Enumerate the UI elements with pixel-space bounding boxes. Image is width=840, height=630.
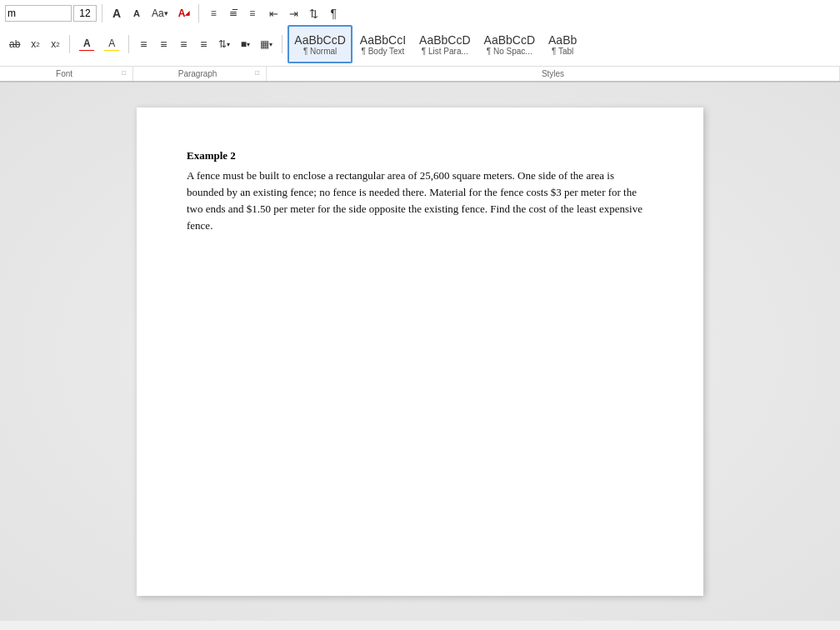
decrease-indent-button[interactable]: ⇤: [264, 4, 282, 22]
style-list-para[interactable]: AaBbCcD ¶ List Para...: [413, 25, 476, 63]
style-normal[interactable]: AaBbCcD ¶ Normal: [288, 25, 352, 63]
style-table-preview: AaBb: [548, 33, 577, 47]
ribbon-sections: Font □ Paragraph □ Styles: [0, 67, 840, 82]
font-section: Font □: [0, 67, 133, 81]
highlight-color-button[interactable]: A: [100, 35, 123, 53]
style-normal-preview: AaBbCcD: [294, 33, 345, 47]
shading-button[interactable]: ■▾: [236, 35, 254, 53]
paragraph-group-label: Paragraph: [140, 69, 255, 78]
increase-indent-button[interactable]: ⇥: [284, 4, 302, 22]
style-no-space-preview: AaBbCcD: [484, 33, 535, 47]
separator-1: [102, 4, 102, 22]
change-case-button[interactable]: Aa▾: [148, 4, 172, 22]
style-body-text[interactable]: AaBbCcI ¶ Body Text: [354, 25, 412, 63]
style-list-para-preview: AaBbCcD: [419, 33, 470, 47]
font-color-button[interactable]: A: [75, 35, 98, 53]
style-no-space-label: ¶ No Spac...: [487, 47, 532, 56]
styles-group-content: AaBbCcD ¶ Normal AaBbCcI ¶ Body Text AaB…: [288, 25, 582, 63]
align-right-button[interactable]: ≡: [174, 35, 192, 53]
styles-group-label: Styles: [273, 69, 832, 78]
paragraph-expand-icon[interactable]: □: [255, 69, 259, 77]
paragraph-section: Paragraph □: [133, 67, 267, 81]
shrink-font-button[interactable]: A: [128, 4, 146, 22]
ribbon: A A Aa▾ A◢ ≡ ≡̅ ≡ ⇤ ⇥ ⇅ ¶ ab x2 x2: [0, 0, 840, 82]
font-color-indicator: [79, 50, 94, 51]
style-table[interactable]: AaBb ¶ Tabl: [542, 25, 582, 63]
clear-format-button[interactable]: A◢: [174, 4, 194, 22]
style-no-space[interactable]: AaBbCcD ¶ No Spac...: [478, 25, 541, 63]
ribbon-toolbar-row1: A A Aa▾ A◢ ≡ ≡̅ ≡ ⇤ ⇥ ⇅ ¶: [5, 4, 835, 25]
ribbon-top-area: A A Aa▾ A◢ ≡ ≡̅ ≡ ⇤ ⇥ ⇅ ¶ ab x2 x2: [0, 2, 840, 67]
align-left-button[interactable]: ≡: [134, 35, 152, 53]
ribbon-toolbar-row2: ab x2 x2 A A ≡ ≡ ≡ ≡ ⇅▾: [5, 25, 835, 66]
align-center-button[interactable]: ≡: [154, 35, 172, 53]
font-size-input[interactable]: [73, 5, 97, 22]
example-title: Example 2: [187, 149, 653, 162]
subscript-button[interactable]: x2: [26, 35, 44, 53]
show-para-button[interactable]: ¶: [324, 4, 342, 22]
font-name-input[interactable]: [5, 5, 72, 22]
document-area: Example 2 A fence must be built to enclo…: [0, 82, 840, 621]
separator-3: [69, 35, 70, 53]
styles-section: Styles: [267, 67, 840, 81]
strikethrough-button[interactable]: ab: [5, 35, 24, 53]
border-button[interactable]: ▦▾: [256, 35, 277, 53]
numbering-button[interactable]: ≡̅: [224, 4, 242, 22]
separator-5: [282, 35, 282, 53]
highlight-A-letter: A: [108, 38, 115, 49]
separator-2: [198, 4, 199, 22]
example-body: A fence must be built to enclose a recta…: [187, 168, 653, 235]
highlight-color-indicator: [104, 50, 119, 51]
font-group-label: Font: [7, 69, 122, 78]
bullets-button[interactable]: ≡: [204, 4, 222, 22]
style-body-text-label: ¶ Body Text: [362, 47, 405, 56]
grow-font-button[interactable]: A: [108, 4, 126, 22]
sort-button[interactable]: ⇅: [304, 4, 322, 22]
separator-4: [128, 35, 129, 53]
font-color-A-letter: A: [83, 38, 91, 49]
style-table-label: ¶ Tabl: [552, 47, 573, 56]
font-expand-icon[interactable]: □: [122, 69, 126, 77]
justify-button[interactable]: ≡: [194, 35, 212, 53]
style-normal-label: ¶ Normal: [303, 47, 337, 56]
style-body-text-preview: AaBbCcI: [360, 33, 406, 47]
style-list-para-label: ¶ List Para...: [422, 47, 468, 56]
line-spacing-button[interactable]: ⇅▾: [214, 35, 234, 53]
multilevel-list-button[interactable]: ≡: [244, 4, 262, 22]
superscript-button[interactable]: x2: [46, 35, 64, 53]
document-page[interactable]: Example 2 A fence must be built to enclo…: [137, 108, 703, 596]
